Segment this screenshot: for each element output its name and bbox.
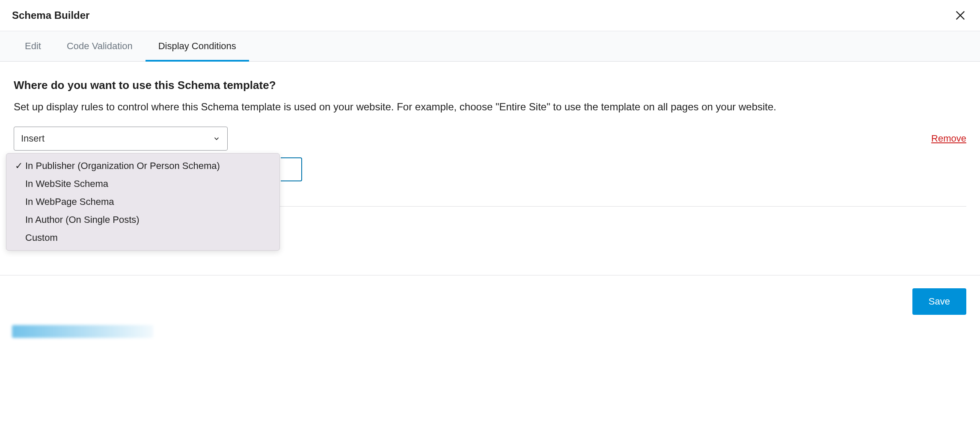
obscured-button-area [12,325,153,332]
dropdown-option-publisher[interactable]: ✓ In Publisher (Organization Or Person S… [6,157,279,175]
dropdown-option-custom[interactable]: Custom [6,229,279,247]
condition-dropdown: ✓ In Publisher (Organization Or Person S… [6,153,280,251]
save-button[interactable]: Save [912,288,966,315]
tab-edit[interactable]: Edit [12,31,54,61]
condition-select[interactable]: Insert [14,127,228,151]
dropdown-option-webpage[interactable]: In WebPage Schema [6,193,279,211]
tab-display-conditions[interactable]: Display Conditions [146,31,249,61]
chevron-down-icon [213,135,220,142]
footer: Save [0,275,980,332]
dropdown-option-website[interactable]: In WebSite Schema [6,175,279,193]
modal-title: Schema Builder [12,9,89,21]
condition-select-wrap: Insert ✓ In Publisher (Organization Or P… [14,127,228,151]
tab-code-validation[interactable]: Code Validation [54,31,146,61]
close-icon [954,9,966,21]
check-icon: ✓ [15,160,25,172]
secondary-select-outline [281,157,302,181]
dropdown-option-author[interactable]: In Author (On Single Posts) [6,211,279,229]
dropdown-option-label: In Publisher (Organization Or Person Sch… [25,160,220,172]
condition-select-value: Insert [21,133,45,144]
dropdown-option-label: In Author (On Single Posts) [25,214,140,225]
section-heading: Where do you want to use this Schema tem… [14,79,966,92]
modal-header: Schema Builder [0,0,980,31]
remove-link[interactable]: Remove [931,133,966,144]
dropdown-option-label: In WebPage Schema [25,196,114,207]
close-button[interactable] [953,8,968,23]
rule-row: Insert ✓ In Publisher (Organization Or P… [14,127,966,151]
content-area: Where do you want to use this Schema tem… [0,62,980,207]
dropdown-option-label: Custom [25,232,58,243]
dropdown-option-label: In WebSite Schema [25,178,108,189]
section-description: Set up display rules to control where th… [14,100,966,115]
tab-bar: Edit Code Validation Display Conditions [0,31,980,62]
